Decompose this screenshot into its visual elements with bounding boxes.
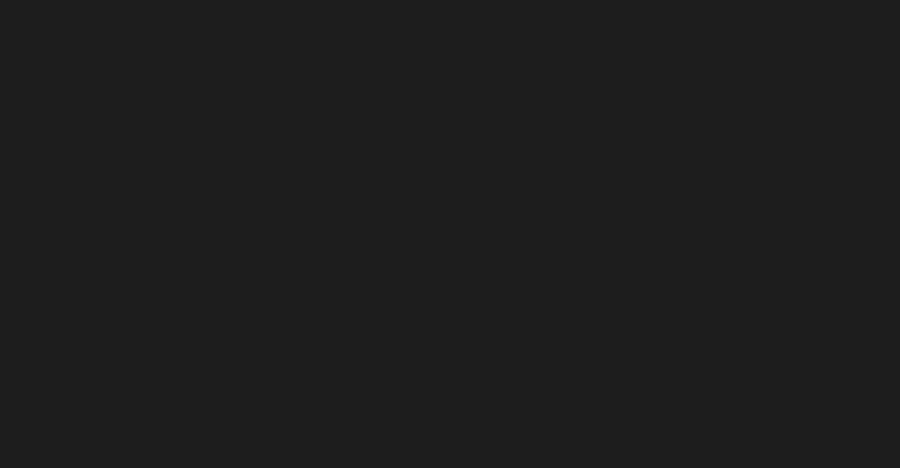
blender-window: { "window": { "title": "* (Unsaved) - Bl… — [0, 0, 900, 468]
